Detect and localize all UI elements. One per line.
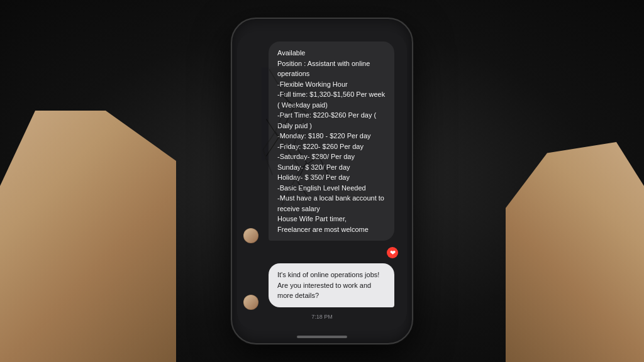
- phone-body: Available Position : Assistant with onli…: [231, 18, 413, 344]
- heart-reaction: ❤: [237, 247, 407, 258]
- home-indicator: [297, 336, 347, 338]
- message-row-1: Available Position : Assistant with onli…: [243, 39, 401, 243]
- phone-wrapper: Available Position : Assistant with onli…: [221, 11, 423, 351]
- chat-background: Available Position : Assistant with onli…: [237, 31, 407, 331]
- message-text-1: Available Position : Assistant with onli…: [277, 48, 386, 234]
- avatar-image-2: [244, 295, 258, 309]
- avatar-image-1: [244, 229, 258, 243]
- message-row-2: It's kind of online operations jobs! Are…: [243, 260, 401, 310]
- message-bubble-2: It's kind of online operations jobs! Are…: [269, 263, 394, 307]
- heart-icon: ❤: [387, 247, 398, 258]
- sender-avatar-1: [243, 228, 258, 243]
- left-hand: [0, 111, 176, 362]
- phone-screen: Available Position : Assistant with onli…: [237, 31, 407, 331]
- message-text-2: It's kind of online operations jobs! Are…: [277, 270, 386, 301]
- message-bubble-1: Available Position : Assistant with onli…: [269, 41, 394, 241]
- message-timestamp: 7:18 PM: [237, 314, 407, 320]
- messages-container: Available Position : Assistant with onli…: [237, 38, 407, 324]
- sender-avatar-2: [243, 295, 258, 310]
